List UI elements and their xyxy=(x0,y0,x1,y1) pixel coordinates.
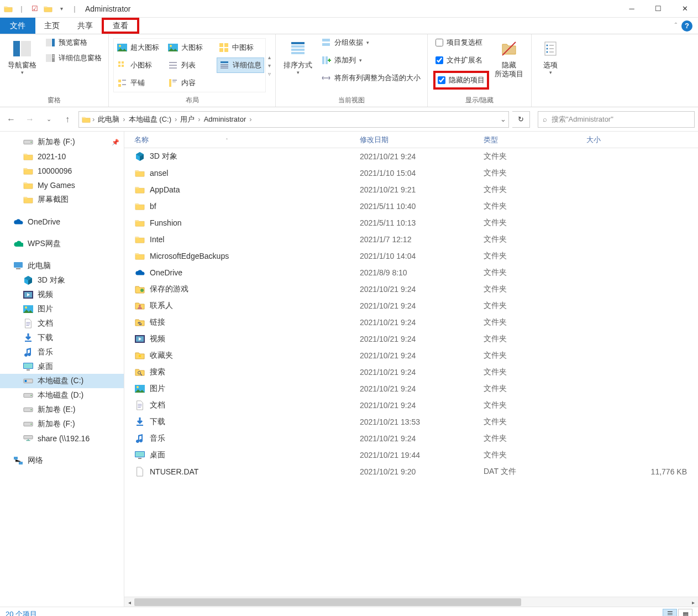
tree-item[interactable]: My Games xyxy=(0,178,124,192)
chevron-right-icon[interactable]: › xyxy=(174,115,178,123)
properties-icon[interactable]: ☑ xyxy=(30,4,40,14)
breadcrumb[interactable]: › 此电脑 › 本地磁盘 (C:) › 用户 › Administrator ›… xyxy=(78,111,509,128)
tree-wps[interactable]: WPS网盘 xyxy=(0,237,124,251)
breadcrumb-segment[interactable]: 用户 xyxy=(178,114,197,124)
file-row[interactable]: AppData 2021/10/21 9:21 文件夹 xyxy=(124,181,698,198)
tree-item[interactable]: 新加卷 (F:) xyxy=(0,417,124,431)
file-row[interactable]: 3D 对象 2021/10/21 9:24 文件夹 xyxy=(124,148,698,165)
close-button[interactable]: ✕ xyxy=(671,0,698,18)
chevron-right-icon[interactable]: › xyxy=(122,115,126,123)
file-row[interactable]: bf 2021/5/11 10:40 文件夹 xyxy=(124,198,698,215)
tab-view[interactable]: 查看 xyxy=(102,18,139,34)
tree-item[interactable]: 音乐 xyxy=(0,345,124,359)
file-row[interactable]: 保存的游戏 2021/10/21 9:24 文件夹 xyxy=(124,281,698,297)
checkbox-extensions[interactable]: 文件扩展名 xyxy=(435,54,487,66)
tree-item[interactable]: 屏幕截图 xyxy=(0,192,124,207)
view-details-toggle[interactable]: ☰ xyxy=(663,609,677,617)
file-row[interactable]: 视频 2021/10/21 9:24 文件夹 xyxy=(124,331,698,347)
add-columns-button[interactable]: 添加列 ▾ xyxy=(319,54,423,66)
column-header-size[interactable]: 大小 xyxy=(586,135,698,145)
file-row[interactable]: 搜索 2021/10/21 9:24 文件夹 xyxy=(124,364,698,380)
tree-item[interactable]: share (\\192.16 xyxy=(0,431,124,446)
tree-item[interactable]: 桌面 xyxy=(0,359,124,374)
file-row[interactable]: ansel 2021/1/10 15:04 文件夹 xyxy=(124,165,698,181)
tree-item[interactable]: 10000096 xyxy=(0,164,124,178)
column-header-type[interactable]: 类型 xyxy=(484,135,586,145)
minimize-button[interactable]: ─ xyxy=(618,0,645,18)
scroll-right-icon[interactable]: ▸ xyxy=(688,597,698,607)
address-dropdown-icon[interactable]: ⌄ xyxy=(500,115,506,123)
layout-scroll-up[interactable]: ▴ xyxy=(268,54,271,60)
file-row[interactable]: 音乐 2021/10/21 9:24 文件夹 xyxy=(124,430,698,447)
size-columns-button[interactable]: 将所有列调整为合适的大小 xyxy=(319,72,423,84)
tree-this-pc[interactable]: 此电脑 xyxy=(0,259,124,273)
qat-dropdown-icon[interactable]: ▾ xyxy=(56,4,66,14)
tree-item[interactable]: 图片 xyxy=(0,302,124,316)
layout-extra-large[interactable]: 超大图标 xyxy=(115,40,162,55)
file-row[interactable]: MicrosoftEdgeBackups 2021/1/10 14:04 文件夹 xyxy=(124,248,698,264)
hide-selected-button[interactable]: 隐藏 所选项目 xyxy=(491,36,527,80)
layout-details[interactable]: 详细信息 xyxy=(217,58,264,73)
tab-share[interactable]: 共享 xyxy=(69,18,102,34)
tree-onedrive[interactable]: OneDrive xyxy=(0,215,124,229)
tree-item[interactable]: 视频 xyxy=(0,288,124,302)
tab-home[interactable]: 主页 xyxy=(35,18,69,34)
file-row[interactable]: 图片 2021/10/21 9:24 文件夹 xyxy=(124,380,698,397)
tree-item[interactable]: 本地磁盘 (C:) xyxy=(0,374,124,388)
layout-list[interactable]: 列表 xyxy=(166,58,213,73)
search-input[interactable]: ⌕ 搜索"Administrator" xyxy=(538,111,695,128)
nav-tree[interactable]: 新加卷 (F:)📌2021-1010000096My Games屏幕截图 One… xyxy=(0,132,124,607)
up-button[interactable]: ↑ xyxy=(60,112,75,127)
layout-small[interactable]: 小图标 xyxy=(115,58,162,73)
details-pane-button[interactable]: 详细信息窗格 xyxy=(43,52,104,64)
breadcrumb-segment[interactable]: 此电脑 xyxy=(96,114,122,124)
refresh-button[interactable]: ↻ xyxy=(512,111,530,128)
layout-expand[interactable]: ▿ xyxy=(268,71,271,77)
layout-medium[interactable]: 中图标 xyxy=(217,40,264,55)
recent-dropdown[interactable]: ⌄ xyxy=(41,112,56,127)
forward-button[interactable]: → xyxy=(22,112,38,127)
scroll-left-icon[interactable]: ◂ xyxy=(124,597,134,607)
file-list[interactable]: 3D 对象 2021/10/21 9:24 文件夹 ansel 2021/1/1… xyxy=(124,148,698,597)
tree-item[interactable]: 下载 xyxy=(0,331,124,345)
file-row[interactable]: Intel 2021/1/7 12:12 文件夹 xyxy=(124,231,698,248)
scroll-thumb[interactable] xyxy=(134,598,521,606)
tree-item[interactable]: 新加卷 (E:) xyxy=(0,403,124,417)
file-row[interactable]: OneDrive 2021/8/9 8:10 文件夹 xyxy=(124,264,698,281)
file-row[interactable]: Funshion 2021/5/11 10:13 文件夹 xyxy=(124,215,698,231)
options-button[interactable]: 选项 ▾ xyxy=(536,36,565,77)
file-row[interactable]: NTUSER.DAT 2021/10/21 9:20 DAT 文件 11,776… xyxy=(124,463,698,480)
breadcrumb-segment[interactable]: 本地磁盘 (C:) xyxy=(127,114,174,124)
chevron-right-icon[interactable]: › xyxy=(91,115,96,123)
view-icons-toggle[interactable]: ▦ xyxy=(678,609,692,617)
file-row[interactable]: 桌面 2021/10/21 19:44 文件夹 xyxy=(124,447,698,463)
help-icon[interactable]: ? xyxy=(681,20,692,32)
breadcrumb-segment[interactable]: Administrator xyxy=(202,115,249,123)
file-row[interactable]: 联系人 2021/10/21 9:24 文件夹 xyxy=(124,297,698,314)
tab-file[interactable]: 文件 xyxy=(0,18,35,34)
chevron-right-icon[interactable]: › xyxy=(248,115,253,123)
preview-pane-button[interactable]: 预览窗格 xyxy=(43,36,104,49)
tree-item[interactable]: 2021-10 xyxy=(0,149,124,164)
checkbox-hidden-items[interactable]: 隐藏的项目 xyxy=(438,74,485,86)
layout-content[interactable]: 内容 xyxy=(166,75,213,91)
checkbox-item-checkboxes[interactable]: 项目复选框 xyxy=(435,36,487,49)
file-row[interactable]: 下载 2021/10/21 13:53 文件夹 xyxy=(124,414,698,430)
collapse-ribbon-icon[interactable]: ˆ xyxy=(675,22,677,30)
horizontal-scrollbar[interactable]: ◂ ▸ xyxy=(124,597,698,607)
folder-icon[interactable] xyxy=(43,4,53,14)
file-row[interactable]: 链接 2021/10/21 9:24 文件夹 xyxy=(124,314,698,331)
tree-network[interactable]: 网络 xyxy=(0,453,124,468)
layout-large[interactable]: 大图标 xyxy=(166,40,213,55)
back-button[interactable]: ← xyxy=(3,112,19,127)
column-header-date[interactable]: 修改日期 xyxy=(360,135,484,145)
sort-button[interactable]: 排序方式 ▾ xyxy=(280,36,316,77)
maximize-button[interactable]: ☐ xyxy=(645,0,671,18)
tree-item[interactable]: 本地磁盘 (D:) xyxy=(0,388,124,403)
layout-scroll-down[interactable]: ▾ xyxy=(268,62,271,69)
tree-item[interactable]: 新加卷 (F:)📌 xyxy=(0,135,124,149)
file-row[interactable]: 文档 2021/10/21 9:24 文件夹 xyxy=(124,397,698,414)
tree-item[interactable]: 文档 xyxy=(0,316,124,331)
chevron-right-icon[interactable]: › xyxy=(197,115,201,123)
file-row[interactable]: 收藏夹 2021/10/21 9:24 文件夹 xyxy=(124,347,698,364)
